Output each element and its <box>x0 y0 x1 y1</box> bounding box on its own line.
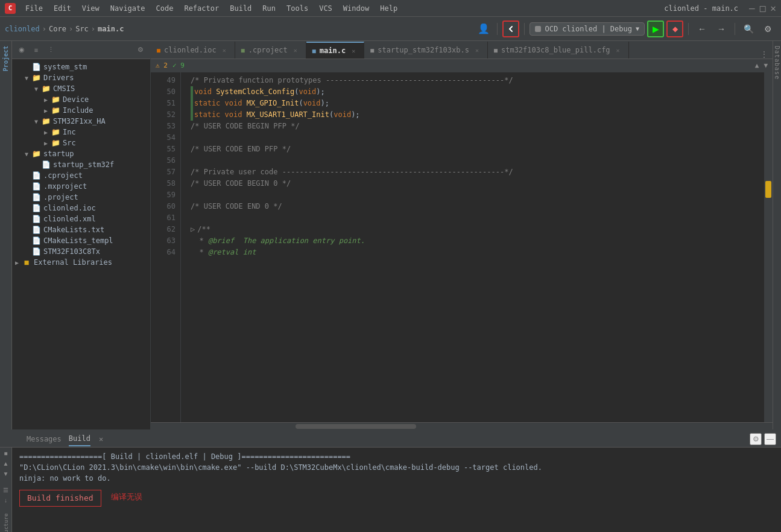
ioc-icon: 📄 <box>31 204 41 212</box>
gutter-up-btn[interactable]: ▲ <box>755 62 759 69</box>
tree-item-project[interactable]: 📄 .project <box>12 192 150 203</box>
tab-startup-s[interactable]: ■ startup_stm32f103xb.s ✕ <box>364 42 488 59</box>
sidebar-locate-btn[interactable]: ◉ <box>16 44 28 56</box>
run-button[interactable]: ▶ <box>647 21 664 37</box>
breadcrumb-src[interactable]: Src <box>75 25 89 33</box>
tree-item-include[interactable]: ▶ 📁 Include <box>12 105 150 116</box>
menu-run[interactable]: Run <box>258 3 280 14</box>
minimize-button[interactable]: — <box>749 2 755 14</box>
tab-close-ioc[interactable]: ✕ <box>220 46 229 54</box>
menu-navigate[interactable]: Navigate <box>106 3 150 14</box>
tree-item-stm32ld[interactable]: 📄 STM32F103C8Tx <box>12 246 150 257</box>
code-content[interactable]: /* Private function prototypes ---------… <box>181 72 764 422</box>
toolbar-btn-2[interactable]: → <box>713 21 730 37</box>
bottom-toolbar: ⚙ — <box>750 433 776 445</box>
tree-item-startup[interactable]: ▼ 📁 startup <box>12 148 150 159</box>
user-icon[interactable]: 👤 <box>475 21 492 37</box>
tab-cfg[interactable]: ■ stm32f103c8_blue_pill.cfg ✕ <box>488 42 629 59</box>
tree-item-cproject[interactable]: 📄 .cproject <box>12 170 150 181</box>
menubar: C File Edit View Navigate Code Refactor … <box>0 0 781 17</box>
code-line-49: /* Private function prototypes ---------… <box>191 75 764 86</box>
file-icon: 📄 <box>31 236 41 245</box>
s-tab-icon: ■ <box>370 47 374 54</box>
maximize-button[interactable]: □ <box>760 2 766 14</box>
sidebar-expand-btn[interactable]: ⋮ <box>45 44 57 56</box>
code-line-52: static void MX_USART1_UART_Init ( void )… <box>191 109 764 121</box>
menu-tools[interactable]: Tools <box>282 3 313 14</box>
tree-item-external-libs[interactable]: ▶ ■ External Libraries <box>12 257 150 268</box>
run-config-dropdown[interactable]: OCD clionled | Debug ▼ <box>530 22 645 36</box>
list-btn[interactable]: ☰ <box>1 487 11 493</box>
breadcrumb-core[interactable]: Core <box>49 25 66 33</box>
download-btn[interactable]: ↓ <box>1 497 11 504</box>
stop-btn[interactable]: ■ <box>1 450 11 457</box>
tab-close-cfg[interactable]: ✕ <box>614 46 622 54</box>
tree-item-drivers[interactable]: ▼ 📁 Drivers <box>12 72 150 83</box>
bottom-minimize-btn[interactable]: — <box>764 433 776 445</box>
sidebar-toolbar: ◉ ≡ ⋮ ⚙ <box>12 41 150 59</box>
close-bottom-tab[interactable]: ✕ <box>99 435 103 443</box>
tab-close-startup[interactable]: ✕ <box>473 46 481 54</box>
expand-arrow: ▶ <box>41 97 51 103</box>
tree-item-clionled-ioc[interactable]: 📄 clionled.ioc <box>12 203 150 214</box>
close-button[interactable]: ✕ <box>770 2 776 14</box>
tab-close-cproject[interactable]: ✕ <box>291 46 300 54</box>
tree-label: Drivers <box>43 74 74 82</box>
menu-help[interactable]: Help <box>375 3 402 14</box>
tree-item-mxproject[interactable]: 📄 .mxproject <box>12 181 150 192</box>
tree-item-cmakelists-templ[interactable]: 📄 CMakeLists_templ <box>12 235 150 246</box>
tree-item-inc[interactable]: ▶ 📁 Inc <box>12 127 150 138</box>
sidebar-settings-btn[interactable]: ⚙ <box>134 44 147 56</box>
expand-arrow: ▼ <box>22 151 31 157</box>
folder-icon: 📁 <box>41 84 51 93</box>
tab-close-main[interactable]: ✕ <box>349 46 358 55</box>
xml-icon: 📄 <box>31 171 41 180</box>
menu-view[interactable]: View <box>77 3 104 14</box>
fold-button[interactable]: ▷ <box>191 224 195 235</box>
vertical-scrollbar[interactable] <box>764 72 773 422</box>
search-button[interactable]: 🔍 <box>740 21 757 37</box>
breadcrumb-file[interactable]: main.c <box>98 25 124 33</box>
structure-label[interactable]: Structure <box>3 513 9 532</box>
breadcrumb-project[interactable]: clionled <box>5 25 40 33</box>
settings-button[interactable]: ⚙ <box>759 21 776 37</box>
menu-code[interactable]: Code <box>151 3 179 14</box>
h-scrollbar-thumb[interactable] <box>296 424 416 429</box>
menu-refactor[interactable]: Refactor <box>179 3 224 14</box>
tree-item-src[interactable]: ▶ 📁 Src <box>12 138 150 148</box>
project-panel-icon[interactable]: Project <box>2 43 9 74</box>
tree-item-system-stm[interactable]: 📄 system_stm <box>12 62 150 72</box>
menu-vcs[interactable]: VCS <box>314 3 337 14</box>
horizontal-scrollbar[interactable] <box>151 422 773 429</box>
debug-button[interactable]: ◆ <box>666 21 683 37</box>
code-line-59 <box>191 189 764 201</box>
menu-build[interactable]: Build <box>225 3 256 14</box>
menu-window[interactable]: Window <box>338 3 374 14</box>
back-button[interactable] <box>502 21 519 37</box>
tab-cproject[interactable]: ■ .cproject ✕ <box>235 42 306 59</box>
gutter-down-btn[interactable]: ▼ <box>764 62 768 69</box>
expand-arrow: ▼ <box>31 86 41 92</box>
tab-overflow-btn[interactable]: ⋮ <box>756 50 773 59</box>
toolbar-btn-1[interactable]: ← <box>694 21 710 37</box>
scroll-up-btn[interactable]: ▲ <box>1 460 11 467</box>
menu-edit[interactable]: Edit <box>49 3 76 14</box>
tree-item-stm32f1xx[interactable]: ▼ 📁 STM32F1xx_HA <box>12 116 150 127</box>
menu-file[interactable]: File <box>21 3 48 14</box>
sidebar-collapse-btn[interactable]: ≡ <box>30 44 42 56</box>
bottom-settings-btn[interactable]: ⚙ <box>750 433 762 445</box>
tab-main-c[interactable]: ■ main.c ✕ <box>306 42 364 59</box>
tree-item-startup-file[interactable]: 📄 startup_stm32f <box>12 159 150 170</box>
bottom-tab-messages[interactable]: Messages <box>27 432 62 446</box>
database-label[interactable]: Database <box>774 41 780 84</box>
tree-item-cmakelists[interactable]: 📄 CMakeLists.txt <box>12 224 150 235</box>
scrollbar-thumb[interactable] <box>765 181 771 198</box>
bottom-tab-build[interactable]: Build <box>69 432 90 446</box>
tree-label: External Libraries <box>34 258 112 267</box>
tab-clionled-ioc[interactable]: ■ clionled.ioc ✕ <box>151 42 235 59</box>
tree-item-device[interactable]: ▶ 📁 Device <box>12 94 150 105</box>
tree-item-clionled-xml[interactable]: 📄 clionled.xml <box>12 214 150 224</box>
build-line-3: ninja: no work to do. <box>19 473 774 484</box>
scroll-down-btn[interactable]: ▼ <box>1 470 11 477</box>
tree-item-cmsis[interactable]: ▼ 📁 CMSIS <box>12 83 150 94</box>
